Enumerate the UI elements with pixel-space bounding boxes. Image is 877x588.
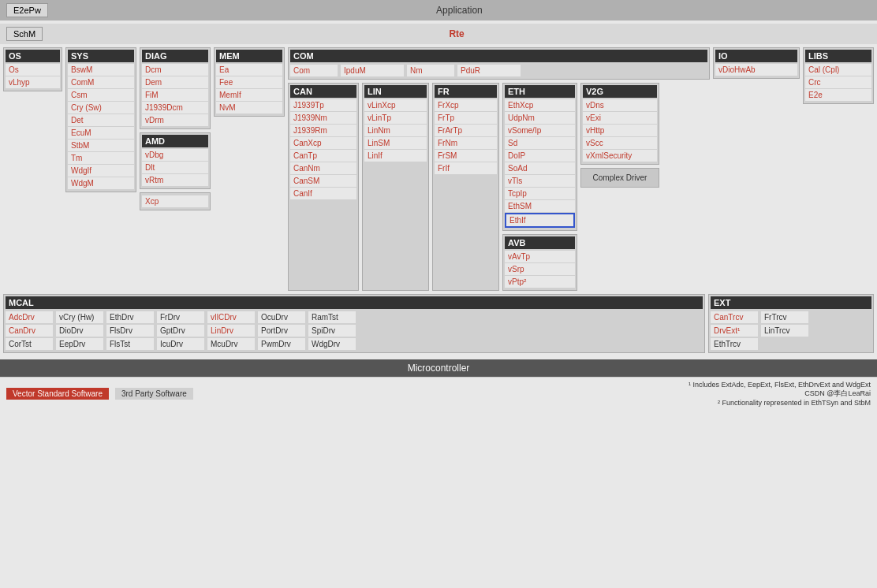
mcal-icudrv[interactable]: IcuDrv xyxy=(157,338,204,350)
os-item-vlhyp[interactable]: vLhyp xyxy=(6,76,60,88)
eth-item-soad[interactable]: SoAd xyxy=(505,162,575,174)
mcal-ocudrv[interactable]: OcuDrv xyxy=(258,311,305,323)
v2g-item-vscc[interactable]: vScc xyxy=(583,137,657,149)
can-item-j1939rm[interactable]: J1939Rm xyxy=(290,125,356,136)
mcal-diodrv[interactable]: DioDrv xyxy=(56,325,103,337)
fr-item-frtp[interactable]: FrTp xyxy=(435,112,497,124)
mcal-vilcdrv[interactable]: vIlCDrv xyxy=(207,311,255,323)
can-item-cansm[interactable]: CanSM xyxy=(290,175,356,187)
eth-item-udpnm[interactable]: UdpNm xyxy=(505,112,575,124)
avb-item-vsrp[interactable]: vSrp xyxy=(505,263,575,275)
mcal-frdrv[interactable]: FrDrv xyxy=(157,311,204,323)
v2g-item-vxmlsec[interactable]: vXmlSecurity xyxy=(583,150,657,162)
eth-item-sd[interactable]: Sd xyxy=(505,137,575,149)
can-item-canif[interactable]: CanIf xyxy=(290,188,356,199)
mcal-flstst[interactable]: FlsTst xyxy=(106,338,154,350)
mcal-lindrv[interactable]: LinDrv xyxy=(207,325,255,337)
mcal-ramtst[interactable]: RamTst xyxy=(308,311,356,323)
diag-item-xcp[interactable]: Xcp xyxy=(142,195,208,207)
e2epw-button[interactable]: E2ePw xyxy=(6,3,48,17)
can-item-j1939tp[interactable]: J1939Tp xyxy=(290,99,356,111)
fr-item-frxcp[interactable]: FrXcp xyxy=(435,99,497,111)
mcal-ethdrv[interactable]: EthDrv xyxy=(106,311,154,323)
sys-item-bswm[interactable]: BswM xyxy=(68,64,134,76)
mcal-wdgdrv[interactable]: WdgDrv xyxy=(308,338,356,350)
libs-item-calcpl[interactable]: Cal (Cpl) xyxy=(805,64,871,76)
mcal-gptdrv[interactable]: GptDrv xyxy=(157,325,204,337)
libs-item-e2e[interactable]: E2e xyxy=(805,89,871,101)
ext-item-cantrcv[interactable]: CanTrcv xyxy=(711,311,758,323)
lin-item-linif[interactable]: LinIf xyxy=(364,150,427,162)
mcal-spidrv[interactable]: SpiDrv xyxy=(308,325,356,337)
libs-item-crc[interactable]: Crc xyxy=(805,76,871,88)
mcal-adcdrv[interactable]: AdcDrv xyxy=(6,311,53,323)
can-item-cantp[interactable]: CanTp xyxy=(290,150,356,162)
can-item-canxcp[interactable]: CanXcp xyxy=(290,137,356,149)
can-item-j1939nm[interactable]: J1939Nm xyxy=(290,112,356,124)
lin-item-vlinxcp[interactable]: vLinXcp xyxy=(364,99,427,111)
com-item-pdur[interactable]: PduR xyxy=(457,65,521,76)
diag-item-vdrm[interactable]: vDrm xyxy=(142,114,208,126)
sys-item-wdgif[interactable]: WdgIf xyxy=(68,165,134,177)
sys-item-tm[interactable]: Tm xyxy=(68,152,134,164)
protocol-row: CAN J1939Tp J1939Nm J1939Rm CanXcp CanTp… xyxy=(288,83,710,291)
lin-item-linnm[interactable]: LinNm xyxy=(364,125,427,136)
diag-item-fim[interactable]: FiM xyxy=(142,89,208,101)
v2g-item-vdns[interactable]: vDns xyxy=(583,99,657,111)
amd-item-dlt[interactable]: Dlt xyxy=(142,162,208,173)
com-item-com[interactable]: Com xyxy=(290,65,338,76)
sys-item-crysw[interactable]: Cry (Sw) xyxy=(68,102,134,114)
fr-item-frif[interactable]: FrIf xyxy=(435,162,497,174)
eth-item-tcpip[interactable]: TcpIp xyxy=(505,188,575,199)
eth-item-ethif[interactable]: EthIf xyxy=(505,213,575,228)
sys-item-det[interactable]: Det xyxy=(68,114,134,126)
schm-button[interactable]: SchM xyxy=(6,27,43,41)
diag-item-dem[interactable]: Dem xyxy=(142,76,208,88)
avb-item-vptp[interactable]: vPtp² xyxy=(505,276,575,288)
mem-item-fee[interactable]: Fee xyxy=(216,76,282,88)
sys-item-wdgm[interactable]: WdgM xyxy=(68,177,134,189)
ext-item-ethtrcv[interactable]: EthTrcv xyxy=(711,338,758,350)
mem-item-ea[interactable]: Ea xyxy=(216,64,282,76)
lin-item-linsm[interactable]: LinSM xyxy=(364,137,427,149)
amd-item-vdbg[interactable]: vDbg xyxy=(142,149,208,161)
v2g-item-vhttp[interactable]: vHttp xyxy=(583,125,657,136)
can-item-cannm[interactable]: CanNm xyxy=(290,162,356,174)
io-item-vdiohwab[interactable]: vDioHwAb xyxy=(715,64,797,76)
eth-item-vtls[interactable]: vTls xyxy=(505,175,575,187)
sys-item-csm[interactable]: Csm xyxy=(68,89,134,101)
mcal-flsdrv[interactable]: FlsDrv xyxy=(106,325,154,337)
avb-item-vavtp[interactable]: vAvTp xyxy=(505,251,575,262)
fr-item-frsm[interactable]: FrSM xyxy=(435,150,497,162)
eth-item-ethsm[interactable]: EthSM xyxy=(505,200,575,212)
ext-item-lintrcv[interactable]: LinTrcv xyxy=(761,325,808,337)
fr-item-frartp[interactable]: FrArTp xyxy=(435,125,497,136)
ext-item-frtrcv[interactable]: FrTrcv xyxy=(761,311,808,323)
mcal-mcudrv[interactable]: McuDrv xyxy=(207,338,255,350)
mcal-eepdrv[interactable]: EepDrv xyxy=(56,338,103,350)
fr-item-frnm[interactable]: FrNm xyxy=(435,137,497,149)
amd-item-vrtm[interactable]: vRtm xyxy=(142,174,208,186)
sys-item-ecum[interactable]: EcuM xyxy=(68,127,134,139)
diag-item-j1939dcm[interactable]: J1939Dcm xyxy=(142,102,208,114)
mem-item-nvm[interactable]: NvM xyxy=(216,102,282,114)
lin-item-vlintp[interactable]: vLinTp xyxy=(364,112,427,124)
com-item-nm[interactable]: Nm xyxy=(407,65,454,76)
ext-item-drvext[interactable]: DrvExt¹ xyxy=(711,325,758,337)
mcal-portdrv[interactable]: PortDrv xyxy=(258,325,305,337)
sys-item-comm[interactable]: ComM xyxy=(68,76,134,88)
eth-item-ethxcp[interactable]: EthXcp xyxy=(505,99,575,111)
mem-item-memif[interactable]: MemIf xyxy=(216,89,282,101)
ext-col-1: CanTrcv DrvExt¹ EthTrcv xyxy=(711,311,758,351)
eth-item-vsomeip[interactable]: vSome/Ip xyxy=(505,125,575,136)
eth-item-doip[interactable]: DoIP xyxy=(505,150,575,162)
mcal-cortst[interactable]: CorTst xyxy=(6,338,53,350)
mcal-vcryhw[interactable]: vCry (Hw) xyxy=(56,311,103,323)
com-item-ipdum[interactable]: IpduM xyxy=(341,65,404,76)
mcal-candrv[interactable]: CanDrv xyxy=(6,325,53,337)
v2g-item-vexi[interactable]: vExi xyxy=(583,112,657,124)
mcal-pwmdrv[interactable]: PwmDrv xyxy=(258,338,305,350)
sys-item-stbm[interactable]: StbM xyxy=(68,140,134,151)
os-item-os[interactable]: Os xyxy=(6,64,60,76)
diag-item-dcm[interactable]: Dcm xyxy=(142,64,208,76)
